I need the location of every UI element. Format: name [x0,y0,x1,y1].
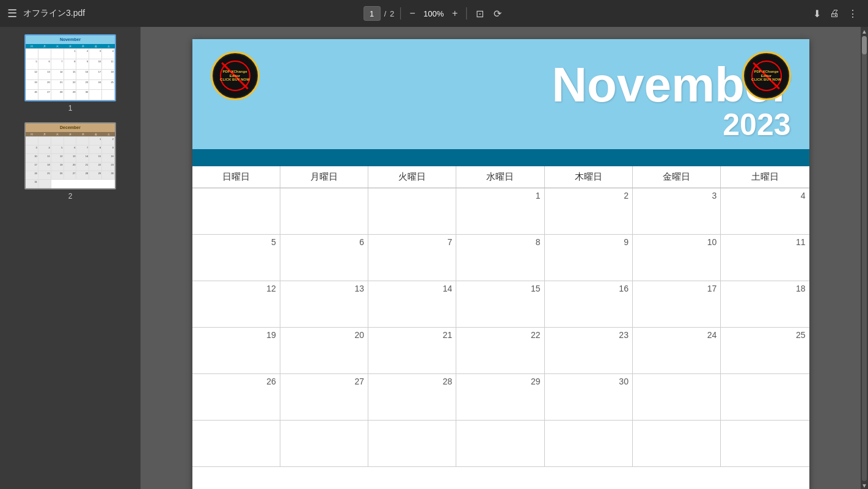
cal-cell: 13 [280,281,368,328]
cal-cell: 25 [721,328,809,374]
cal-cell: 30 [545,374,633,421]
cal-cell [456,421,544,467]
cal-cell [721,421,809,467]
cal-cell: 7 [368,235,456,281]
page-thumbnail-1[interactable]: November 日 月 火 水 木 金 土 [5,34,136,112]
cal-cell: 15 [456,281,544,328]
calendar-page: PDF-XChangeEditorCLICK BUY NOW PDF-XChan… [192,39,809,489]
cal-cell [633,421,721,467]
cal-cell: 28 [368,374,456,421]
download-button[interactable]: ⬇ [810,7,824,21]
scrollbar-thumb[interactable] [862,36,867,54]
cal-cell [368,421,456,467]
cal-cell: 5 [192,235,280,281]
document-title: オフライン3.pdf [23,8,85,19]
cal-cell: 14 [368,281,456,328]
cal-cell: 27 [280,374,368,421]
toolbar-left: ☰ オフライン3.pdf [7,7,85,20]
history-button[interactable]: ⟳ [491,7,505,21]
mini-cal-grid-1: 1 2 3 4 5 6 7 8 9 10 11 12 13 [26,48,115,100]
watermark-badge-left: PDF-XChangeEditorCLICK BUY NOW [211,51,260,100]
print-button[interactable]: 🖨 [826,7,842,20]
badge-text-right: PDF-XChangeEditorCLICK BUY NOW [751,70,781,82]
cal-cell [192,421,280,467]
cal-cell: 24 [633,328,721,374]
zoom-value: 100% [421,9,446,18]
calendar-grid: 1234567891011121314151617181920212223242… [192,188,809,467]
cal-cell [280,421,368,467]
cal-cell: 16 [545,281,633,328]
cal-cell: 19 [192,328,280,374]
thumb-wrapper-1: November 日 月 火 水 木 金 土 [24,34,116,101]
calendar-days-header: 日曜日 月曜日 火曜日 水曜日 木曜日 金曜日 土曜日 [192,166,809,188]
thumb-wrapper-2: December 日 月 火 水 木 金 土 [24,122,116,189]
cal-cell: 3 [633,188,721,235]
cal-cell: 22 [456,328,544,374]
day-header-wed: 水曜日 [456,166,544,188]
toolbar-center: / 2 − 100% + ⊡ ⟳ [363,6,505,21]
mini-cal-grid-2: 1 2 3 4 5 6 7 8 9 10 11 12 13 14 [26,136,115,188]
cal-cell: 23 [545,328,633,374]
mini-calendar-2: December 日 月 火 水 木 金 土 [26,123,115,188]
cal-cell: 1 [456,188,544,235]
day-header-fri: 金曜日 [633,166,721,188]
cal-cell: 8 [456,235,544,281]
day-header-sat: 土曜日 [721,166,809,188]
cal-cell [633,374,721,421]
page-label-1: 1 [68,104,73,112]
cal-cell [192,188,280,235]
sidebar: November 日 月 火 水 木 金 土 [0,27,140,489]
scroll-down-arrow[interactable]: ▼ [861,482,867,489]
cal-cell: 12 [192,281,280,328]
divider-2 [466,7,467,20]
mini-cal-header-2: December [26,123,115,132]
toolbar: ☰ オフライン3.pdf / 2 − 100% + ⊡ ⟳ ⬇ 🖨 ⋮ [0,0,868,27]
badge-inner-right: PDF-XChangeEditorCLICK BUY NOW [745,54,788,97]
calendar-header: PDF-XChangeEditorCLICK BUY NOW PDF-XChan… [192,39,809,149]
menu-icon[interactable]: ☰ [7,7,17,20]
day-header-tue: 火曜日 [368,166,456,188]
day-header-sun: 日曜日 [192,166,280,188]
mini-cal-days-2: 日 月 火 水 木 金 土 [26,132,115,136]
calendar-stripe [192,149,809,166]
page-separator: / [384,9,387,18]
right-scrollbar: ▲ ▼ [861,27,868,489]
cal-cell [721,374,809,421]
cal-cell: 9 [545,235,633,281]
cal-cell: 26 [192,374,280,421]
scroll-up-arrow[interactable]: ▲ [861,28,867,35]
content-area[interactable]: PDF-XChangeEditorCLICK BUY NOW PDF-XChan… [140,27,861,489]
fit-button[interactable]: ⊡ [473,7,487,21]
zoom-in-button[interactable]: + [450,7,460,20]
page-total: 2 [390,9,394,18]
main-area: November 日 月 火 水 木 金 土 [0,27,868,489]
toolbar-right: ⬇ 🖨 ⋮ [810,7,861,21]
page-label-2: 2 [68,192,73,200]
cal-cell: 4 [721,188,809,235]
divider-1 [401,7,401,20]
calendar-year-title: 2023 [211,109,791,140]
page-current-input[interactable] [363,6,381,21]
zoom-out-button[interactable]: − [407,7,418,20]
mini-cal-days-1: 日 月 火 水 木 金 土 [26,44,115,48]
day-header-mon: 月曜日 [280,166,368,188]
watermark-badge-right: PDF-XChangeEditorCLICK BUY NOW [742,51,791,100]
cal-cell [280,188,368,235]
day-header-thu: 木曜日 [545,166,633,188]
cal-cell: 29 [456,374,544,421]
mini-calendar-1: November 日 月 火 水 木 金 土 [26,35,115,100]
cal-cell: 11 [721,235,809,281]
cal-cell: 20 [280,328,368,374]
cal-cell [545,421,633,467]
cal-cell: 21 [368,328,456,374]
badge-inner-left: PDF-XChangeEditorCLICK BUY NOW [214,54,257,97]
more-button[interactable]: ⋮ [845,7,861,21]
badge-text-left: PDF-XChangeEditorCLICK BUY NOW [220,70,250,82]
scrollbar-track[interactable] [862,36,867,481]
cal-cell [368,188,456,235]
calendar-month-title: November [211,61,791,109]
cal-cell: 6 [280,235,368,281]
calendar-grid-wrapper: 日曜日 月曜日 火曜日 水曜日 木曜日 金曜日 土曜日 123456789101… [192,166,809,489]
cal-cell: 10 [633,235,721,281]
page-thumbnail-2[interactable]: December 日 月 火 水 木 金 土 [5,122,136,200]
